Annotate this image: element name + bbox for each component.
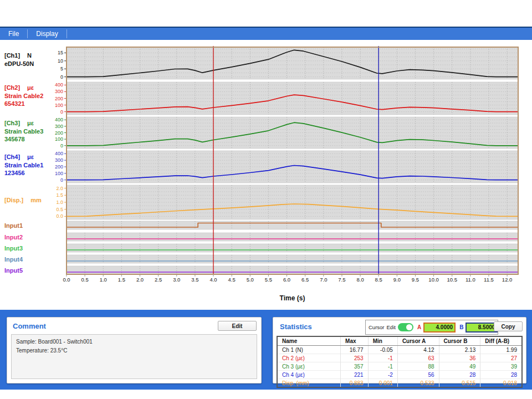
stats-cell-value: 56	[397, 371, 439, 379]
stats-row-5: Disp. (mm)0.8830.0010.5330.5150.018	[277, 379, 522, 388]
xtick-label: 1.5	[118, 277, 125, 283]
xtick-label: 6.0	[283, 277, 290, 283]
ytick-ch4: 200	[55, 164, 63, 170]
ytick-ch3: 100	[55, 136, 63, 142]
stats-cell-name: Ch 4 (με)	[277, 371, 341, 379]
xtick-label: 5.5	[265, 277, 272, 283]
stats-cell-value: 253	[341, 354, 369, 362]
xtick-label: 4.0	[209, 277, 217, 283]
channel-band-in3	[66, 244, 518, 252]
comment-card: Comment Edit Sample: Board001 - Switch00…	[7, 317, 262, 383]
cursor-a-input[interactable]	[423, 323, 456, 332]
stats-cell-value: 28	[439, 371, 480, 379]
stats-cell-name: Ch 1 (N)	[277, 346, 341, 354]
app-window: File Display [Ch1]NeDPU-50N[Ch2]μεStrain…	[0, 0, 532, 399]
channel-band-ch4: 4003002001000	[55, 151, 518, 183]
xtick-label: 2.0	[136, 277, 144, 283]
ytick-ch3: 300	[55, 124, 63, 129]
cursor-a-label: A	[417, 324, 421, 330]
stats-cell-value: 88	[397, 362, 439, 371]
ytick-disp: 1.5	[56, 192, 63, 198]
statistics-table: NameMaxMinCursor ACursor BDiff (A-B) Ch …	[277, 336, 523, 388]
stats-cell-value: 39	[480, 362, 522, 371]
xtick-label: 0.0	[63, 277, 70, 283]
stats-cell-value: 27	[480, 354, 522, 362]
stats-cell-value: 0.533	[397, 379, 439, 388]
stats-col-min: Min	[368, 336, 397, 346]
time-axis-label: Time (s)	[66, 294, 518, 302]
waveform-chart: 1510504003002001000400300200100040030020…	[0, 42, 532, 288]
stats-cell-value: 1.99	[480, 346, 522, 354]
stats-cell-value: 0.001	[368, 379, 397, 388]
ytick-ch2: 0	[60, 109, 63, 115]
comment-line-2: Temperature: 23.5°C	[16, 346, 252, 355]
channel-band-ch2: 4003002001000	[55, 82, 518, 115]
stats-cell-value: 36	[439, 354, 480, 362]
stats-cell-value: -1	[368, 362, 397, 371]
channel-band-in2	[66, 233, 518, 241]
stats-row-2: Ch 2 (με)253-1633627	[277, 354, 522, 362]
xtick-label: 9.0	[393, 277, 401, 283]
ytick-ch2: 300	[55, 89, 63, 94]
stats-cell-value: 0.018	[480, 379, 522, 388]
stats-cell-value: 63	[397, 354, 439, 362]
stats-row-1: Ch 1 (N)16.77-0.054.122.131.99	[277, 346, 522, 354]
menu-display[interactable]: Display	[28, 28, 66, 40]
xtick-label: 10.5	[447, 277, 457, 283]
stats-cell-value: 2.13	[439, 346, 480, 354]
stats-row-4: Ch 4 (με)221-2562828	[277, 371, 522, 379]
stats-cell-value: 28	[480, 371, 522, 379]
ytick-ch2: 200	[55, 96, 63, 101]
cursor-b-input[interactable]	[466, 323, 498, 332]
ytick-ch3: 200	[55, 130, 63, 136]
xtick-label: 2.5	[155, 277, 162, 283]
menu-file[interactable]: File	[0, 28, 27, 40]
cursor-b-label: B	[459, 324, 463, 330]
stats-cell-value: 357	[341, 362, 369, 371]
stats-row-3: Ch 3 (με)357-1884939	[277, 362, 522, 371]
toggle-knob	[406, 324, 412, 330]
chart-region: [Ch1]NeDPU-50N[Ch2]μεStrain Cable2654321…	[0, 42, 532, 309]
stats-col-cursor-a: Cursor A	[397, 336, 439, 346]
cursor-controls: Cursor Edit A B	[365, 320, 498, 335]
cursor-edit-toggle[interactable]	[398, 323, 413, 331]
xtick-label: 7.0	[320, 277, 327, 283]
stats-cell-name: Ch 3 (με)	[277, 362, 341, 371]
xtick-label: 3.5	[191, 277, 198, 283]
channel-band-in5	[66, 266, 518, 274]
stats-cell-value: 221	[341, 371, 369, 379]
ytick-disp: 2.0	[56, 186, 63, 191]
xtick-label: 1.0	[100, 277, 107, 283]
stats-cell-name: Ch 2 (με)	[277, 354, 341, 362]
stats-cell-name: Disp. (mm)	[277, 379, 341, 388]
xtick-label: 6.5	[301, 277, 309, 283]
stats-col-cursor-b: Cursor B	[439, 336, 480, 346]
channel-band-disp: 2.01.51.00.50.0	[56, 185, 518, 219]
ytick-ch1: 15	[58, 50, 63, 55]
menu-separator	[66, 29, 67, 38]
xtick-label: 8.0	[356, 277, 364, 283]
xtick-label: 12.0	[502, 277, 513, 283]
stats-col-diff-a-b-: Diff (A-B)	[480, 336, 522, 346]
xtick-label: 3.0	[173, 277, 180, 283]
stats-cell-value: 49	[439, 362, 480, 371]
statistics-title: Statistics	[280, 323, 312, 331]
xtick-label: 5.0	[247, 277, 254, 283]
comment-edit-button[interactable]: Edit	[218, 321, 257, 331]
comment-title: Comment	[13, 322, 46, 330]
ytick-ch4: 300	[55, 157, 63, 163]
ytick-ch4: 400	[55, 151, 63, 156]
ytick-ch1: 10	[58, 58, 63, 64]
ytick-ch2: 100	[55, 103, 63, 108]
stats-cell-value: 0.515	[439, 379, 480, 388]
menu-file-label: File	[8, 30, 19, 38]
ytick-disp: 0.5	[56, 207, 63, 212]
comment-box[interactable]: Sample: Board001 - Switch001 Temperature…	[11, 334, 257, 379]
stats-cell-value: -0.05	[368, 346, 397, 354]
stats-cell-value: 0.883	[341, 379, 369, 388]
channel-band-ch1: 151050	[58, 47, 518, 80]
xtick-label: 10.0	[428, 277, 439, 283]
menu-bar: File Display	[0, 27, 532, 40]
stats-cell-value: -1	[368, 354, 397, 362]
copy-button[interactable]: Copy	[494, 321, 523, 331]
